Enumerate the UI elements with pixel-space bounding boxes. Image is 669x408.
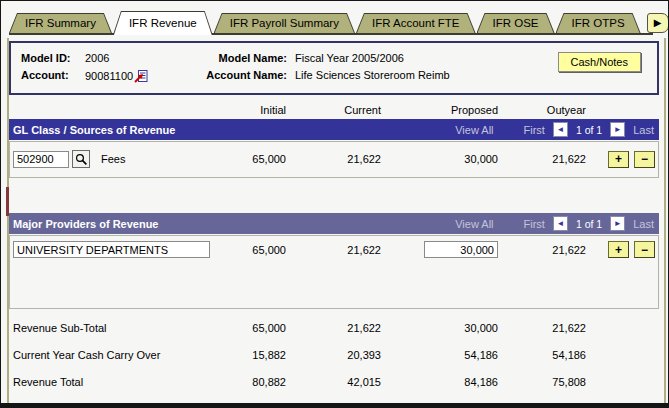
total-current: 21,622 xyxy=(286,322,381,334)
first-link[interactable]: First xyxy=(524,124,545,136)
tab-scroll-right-button[interactable]: ▶ xyxy=(647,13,669,33)
gl-class-code-input[interactable] xyxy=(13,151,69,168)
view-all-link[interactable]: View All xyxy=(455,124,493,136)
tab-ifr-revenue[interactable]: IFR Revenue xyxy=(113,11,213,35)
previous-page-button[interactable]: ◄ xyxy=(553,122,568,137)
total-initial: 80,882 xyxy=(221,376,286,388)
tab-ifr-otps[interactable]: IFR OTPS xyxy=(556,13,641,33)
add-row-button[interactable]: + xyxy=(608,151,629,168)
account-name-label: Account Name: xyxy=(197,69,295,83)
revenue-subtotal-row: Revenue Sub-Total 65,000 21,622 30,000 2… xyxy=(13,314,655,341)
model-name-label: Model Name: xyxy=(197,52,295,64)
account-value: 90081100 xyxy=(85,70,133,82)
tab-label: IFR Payroll Summary xyxy=(214,13,355,32)
revenue-total-row: Revenue Total 80,882 42,015 84,186 75,80… xyxy=(13,368,655,395)
tab-ifr-payroll-summary[interactable]: IFR Payroll Summary xyxy=(214,13,355,33)
cash-carry-over-row: Current Year Cash Carry Over 15,882 20,3… xyxy=(13,341,655,368)
bottom-border-bar xyxy=(1,403,668,407)
transfer-detail-icon[interactable] xyxy=(134,69,148,83)
provider-initial-value: 65,000 xyxy=(221,244,286,256)
ifr-revenue-page: IFR Summary IFR Revenue IFR Payroll Summ… xyxy=(0,0,669,408)
page-indicator: 1 of 1 xyxy=(576,218,602,230)
total-current: 42,015 xyxy=(286,376,381,388)
providers-section-bar: Major Providers of Revenue View All Firs… xyxy=(9,213,659,234)
magnifier-icon xyxy=(75,153,88,166)
gl-proposed-value: 30,000 xyxy=(381,153,498,165)
provider-current-value: 21,622 xyxy=(286,244,381,256)
tab-label: IFR Account FTE xyxy=(356,13,476,32)
column-headers: Initial Current Proposed Outyear xyxy=(13,104,655,116)
model-id-label: Model ID: xyxy=(21,52,85,64)
next-page-button[interactable]: ► xyxy=(610,122,625,137)
gl-current-value: 21,622 xyxy=(286,153,381,165)
tab-label: IFR OTPS xyxy=(556,13,641,32)
gl-class-section-bar: GL Class / Sources of Revenue View All F… xyxy=(9,119,659,140)
column-header-outyear: Outyear xyxy=(498,104,586,116)
tab-ifr-ose[interactable]: IFR OSE xyxy=(477,13,555,33)
total-outyear: 75,808 xyxy=(498,376,586,388)
last-link[interactable]: Last xyxy=(633,124,654,136)
gl-class-group-box: Fees 65,000 21,622 30,000 21,622 + − xyxy=(9,141,659,178)
tab-ifr-summary[interactable]: IFR Summary xyxy=(9,13,112,33)
tab-label: IFR Summary xyxy=(9,13,112,32)
chevron-left-icon: ◄ xyxy=(556,126,564,134)
total-proposed: 54,186 xyxy=(381,349,498,361)
provider-outyear-value: 21,622 xyxy=(498,244,586,256)
tab-bar: IFR Summary IFR Revenue IFR Payroll Summ… xyxy=(9,11,669,35)
model-id-value: 2006 xyxy=(85,52,197,64)
gl-initial-value: 65,000 xyxy=(221,153,286,165)
column-header-proposed: Proposed xyxy=(381,104,498,116)
total-outyear: 21,622 xyxy=(498,322,586,334)
providers-group-box: 65,000 21,622 21,622 + − xyxy=(9,235,659,309)
chevron-left-icon: ◄ xyxy=(556,220,564,228)
total-proposed: 84,186 xyxy=(381,376,498,388)
total-initial: 15,882 xyxy=(221,349,286,361)
providers-row: 65,000 21,622 21,622 + − xyxy=(13,241,655,258)
total-current: 20,393 xyxy=(286,349,381,361)
column-header-current: Current xyxy=(286,104,381,116)
providers-pager: View All First ◄ 1 of 1 ► Last xyxy=(455,216,654,231)
chevron-right-icon: ► xyxy=(614,220,622,228)
providers-section-title: Major Providers of Revenue xyxy=(13,218,455,230)
view-all-link[interactable]: View All xyxy=(455,218,493,230)
provider-name-input[interactable] xyxy=(13,241,210,258)
delete-row-button[interactable]: − xyxy=(634,241,655,258)
gl-class-section-title: GL Class / Sources of Revenue xyxy=(13,124,455,136)
total-row-label: Revenue Total xyxy=(13,376,221,388)
previous-page-button[interactable]: ◄ xyxy=(553,216,568,231)
last-link[interactable]: Last xyxy=(633,218,654,230)
gl-outyear-value: 21,622 xyxy=(498,153,586,165)
account-label: Account: xyxy=(21,69,85,83)
totals-section: Revenue Sub-Total 65,000 21,622 30,000 2… xyxy=(13,314,655,395)
page-indicator: 1 of 1 xyxy=(576,124,602,136)
chevron-right-icon: ► xyxy=(614,126,622,134)
tab-label: IFR OSE xyxy=(477,13,555,32)
gl-class-row: Fees 65,000 21,622 30,000 21,622 + − xyxy=(13,150,655,168)
model-account-header-box: Model ID: 2006 Model Name: Fiscal Year 2… xyxy=(9,41,659,95)
next-page-button[interactable]: ► xyxy=(610,216,625,231)
tab-ifr-account-fte[interactable]: IFR Account FTE xyxy=(356,13,476,33)
total-row-label: Current Year Cash Carry Over xyxy=(13,349,221,361)
column-header-initial: Initial xyxy=(221,104,286,116)
gl-class-pager: View All First ◄ 1 of 1 ► Last xyxy=(455,122,654,137)
total-row-label: Revenue Sub-Total xyxy=(13,322,221,334)
chevron-right-icon: ▶ xyxy=(654,18,662,28)
gl-class-description: Fees xyxy=(101,153,125,165)
delete-row-button[interactable]: − xyxy=(634,151,655,168)
total-outyear: 54,186 xyxy=(498,349,586,361)
page-right-edge xyxy=(664,38,666,403)
account-value-wrap: 90081100 xyxy=(85,69,197,83)
cash-notes-button[interactable]: Cash/Notes xyxy=(558,52,641,72)
add-row-button[interactable]: + xyxy=(608,241,629,258)
provider-proposed-input[interactable] xyxy=(424,241,498,258)
total-proposed: 30,000 xyxy=(381,322,498,334)
left-edge-marker xyxy=(6,187,9,216)
lookup-button[interactable] xyxy=(72,150,90,168)
total-initial: 65,000 xyxy=(221,322,286,334)
tab-label: IFR Revenue xyxy=(113,11,213,32)
first-link[interactable]: First xyxy=(524,218,545,230)
